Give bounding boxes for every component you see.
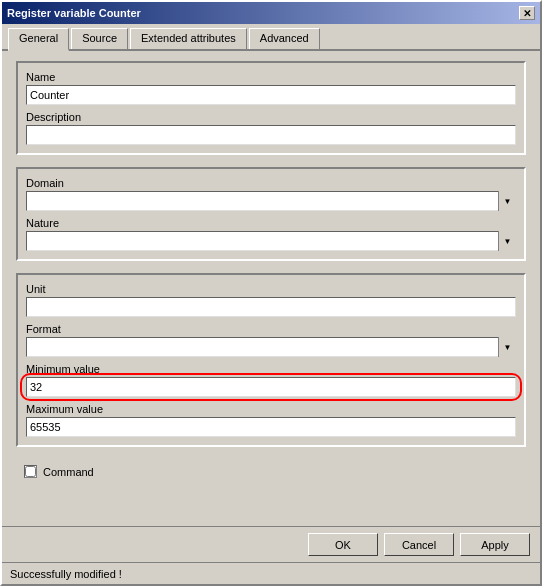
window-title: Register variable Counter xyxy=(7,7,141,19)
command-checkbox[interactable] xyxy=(25,466,36,477)
minimum-field-row: Minimum value xyxy=(26,363,516,397)
minimum-input[interactable] xyxy=(26,377,516,397)
tab-advanced[interactable]: Advanced xyxy=(249,28,320,49)
description-input[interactable] xyxy=(26,125,516,145)
name-description-panel: Name Description xyxy=(16,61,526,155)
tab-general[interactable]: General xyxy=(8,28,69,51)
maximum-label: Maximum value xyxy=(26,403,516,415)
unit-format-panel: Unit Format ▼ Minimum value xyxy=(16,273,526,447)
nature-label: Nature xyxy=(26,217,516,229)
description-label: Description xyxy=(26,111,516,123)
close-button[interactable]: ✕ xyxy=(519,6,535,20)
ok-button[interactable]: OK xyxy=(308,533,378,556)
tab-bar: General Source Extended attributes Advan… xyxy=(2,24,540,51)
maximum-input[interactable] xyxy=(26,417,516,437)
unit-input[interactable] xyxy=(26,297,516,317)
format-label: Format xyxy=(26,323,516,335)
name-field-row: Name xyxy=(26,71,516,105)
domain-dropdown-arrow[interactable]: ▼ xyxy=(498,191,516,211)
minimum-label: Minimum value xyxy=(26,363,516,375)
format-input[interactable] xyxy=(26,337,516,357)
format-dropdown-wrapper: ▼ xyxy=(26,337,516,357)
register-variable-dialog: Register variable Counter ✕ General Sour… xyxy=(0,0,542,586)
nature-dropdown-arrow[interactable]: ▼ xyxy=(498,231,516,251)
content-area: Name Description Domain ▼ Nature xyxy=(2,51,540,526)
maximum-field-row: Maximum value xyxy=(26,403,516,437)
nature-dropdown-wrapper: ▼ xyxy=(26,231,516,251)
unit-field-row: Unit xyxy=(26,283,516,317)
description-field-row: Description xyxy=(26,111,516,145)
domain-nature-panel: Domain ▼ Nature ▼ xyxy=(16,167,526,261)
format-field-row: Format ▼ xyxy=(26,323,516,357)
title-bar: Register variable Counter ✕ xyxy=(2,2,540,24)
unit-label: Unit xyxy=(26,283,516,295)
name-input[interactable] xyxy=(26,85,516,105)
button-bar: OK Cancel Apply xyxy=(2,526,540,562)
domain-dropdown-wrapper: ▼ xyxy=(26,191,516,211)
command-checkbox-box[interactable] xyxy=(24,465,37,478)
name-label: Name xyxy=(26,71,516,83)
domain-field-row: Domain ▼ xyxy=(26,177,516,211)
domain-input[interactable] xyxy=(26,191,516,211)
status-bar: Successfully modified ! xyxy=(2,562,540,584)
tab-extended-attributes[interactable]: Extended attributes xyxy=(130,28,247,49)
apply-button[interactable]: Apply xyxy=(460,533,530,556)
cancel-button[interactable]: Cancel xyxy=(384,533,454,556)
command-row: Command xyxy=(16,459,526,484)
nature-field-row: Nature ▼ xyxy=(26,217,516,251)
command-label[interactable]: Command xyxy=(43,466,94,478)
format-dropdown-arrow[interactable]: ▼ xyxy=(498,337,516,357)
nature-input[interactable] xyxy=(26,231,516,251)
tab-source[interactable]: Source xyxy=(71,28,128,49)
status-message: Successfully modified ! xyxy=(10,568,122,580)
domain-label: Domain xyxy=(26,177,516,189)
